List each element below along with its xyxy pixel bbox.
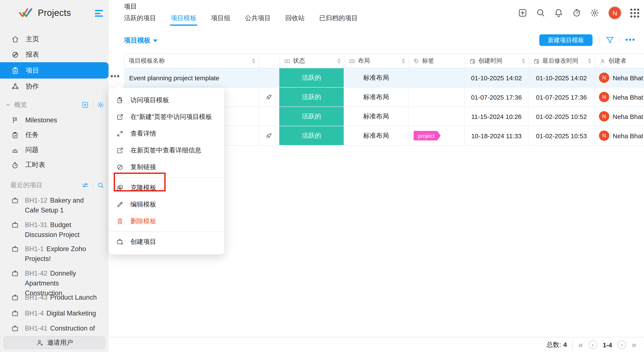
clipboard-arrow-icon <box>116 97 124 104</box>
created-cell: 01-07-2025 17:36 <box>465 88 528 107</box>
layout-cell: 标准布局 <box>344 126 408 145</box>
tag-pill[interactable]: project <box>414 131 441 140</box>
menu-item-delete-template[interactable]: 删除模板 <box>108 213 224 230</box>
modified-cell: 01-07-2025 17:36 <box>528 88 595 107</box>
filter-funnel-icon[interactable] <box>606 36 614 45</box>
external-link-icon <box>116 147 124 154</box>
apps-grid-icon[interactable] <box>630 8 639 17</box>
sidebar-item-timesheet[interactable]: 工时表 <box>0 158 108 173</box>
recent-project-item[interactable]: BH1-41 Construction of <box>0 323 108 333</box>
notifications-bell-icon[interactable] <box>554 8 563 18</box>
calendar-icon <box>470 58 476 64</box>
topbar: 项目 活跃的项目 项目模板 项目组 公共项目 回收站 已归档的项目 N <box>108 0 644 26</box>
pagination-last-icon[interactable]: » <box>632 341 636 349</box>
sidebar: Projects 主页 报表 项目 协作 概览 <box>0 0 108 352</box>
pagination-prev-icon[interactable]: ‹ <box>588 340 597 349</box>
sidebar-section-overview[interactable]: 概览 <box>0 99 108 111</box>
col-header-created[interactable]: 创建时间 <box>465 54 529 68</box>
col-header-status[interactable]: 状态 <box>280 54 344 68</box>
col-header-layout[interactable]: 布局 <box>344 54 409 68</box>
overview-settings-icon[interactable] <box>97 101 104 108</box>
recent-project-item[interactable]: BH1-12 Bakery and Cafe Setup 1 <box>0 195 108 215</box>
menu-item-create-project[interactable]: 创建项目 <box>108 233 224 250</box>
col-header-creator[interactable]: 创建者 <box>595 54 644 68</box>
invite-user-button[interactable]: 邀请用户 <box>4 336 105 349</box>
tab-trash[interactable]: 回收站 <box>285 14 304 26</box>
briefcase-icon <box>11 294 19 301</box>
table-row[interactable]: Event planning project template 活跃的 标准布局… <box>124 68 644 88</box>
projects-icon <box>11 66 19 75</box>
sidebar-nav: 主页 报表 项目 协作 <box>0 31 108 94</box>
add-overview-icon[interactable] <box>82 101 89 108</box>
calendar-icon <box>533 58 540 64</box>
tag-icon <box>413 58 420 64</box>
sort-icon[interactable] <box>402 58 405 64</box>
view-selector[interactable]: 项目模板 <box>124 36 158 45</box>
search-icon[interactable] <box>536 8 545 18</box>
pagination-first-icon[interactable]: « <box>578 341 583 349</box>
dropdown-field-icon <box>284 58 290 64</box>
recent-project-item[interactable]: BH1-4 Digital Marketing <box>0 308 108 318</box>
creator-cell: N Neha Bhat <box>595 107 644 126</box>
sidebar-overview-list: Milestones 任务 问题 工时表 <box>0 113 108 173</box>
collaboration-icon <box>11 82 19 90</box>
menu-item-view-details[interactable]: 查看详情 <box>108 125 224 142</box>
reports-icon <box>11 51 19 59</box>
recent-filter-icon[interactable] <box>82 181 89 189</box>
col-header-modified[interactable]: 最后修改时间 <box>529 54 595 68</box>
rollout-cell <box>259 88 279 107</box>
menu-item-access-template[interactable]: 访问项目模板 <box>108 92 224 109</box>
briefcase-icon <box>11 221 19 229</box>
sidebar-item-home[interactable]: 主页 <box>0 31 108 47</box>
col-header-name[interactable]: 项目模板名称 <box>124 54 259 68</box>
quick-add-icon[interactable] <box>518 8 527 18</box>
col-header-tag[interactable]: 标签 <box>409 54 465 68</box>
recent-project-item[interactable]: BH1-1 Explore Zoho Projects! <box>0 244 108 264</box>
menu-item-edit-template[interactable]: 编辑模板 <box>108 196 224 213</box>
status-cell: 活跃的 <box>279 68 344 87</box>
sidebar-item-issues[interactable]: 问题 <box>0 143 108 158</box>
collapse-sidebar-icon[interactable] <box>95 10 104 17</box>
modified-cell: 01-02-2025 10:53 <box>528 126 595 145</box>
sidebar-item-reports[interactable]: 报表 <box>0 47 108 62</box>
pagination-next-icon[interactable]: › <box>618 340 626 349</box>
page-title: 项目 <box>124 3 137 11</box>
timer-icon[interactable] <box>572 8 581 18</box>
app-window: Projects 主页 报表 项目 协作 概览 <box>0 0 644 352</box>
tab-active-projects[interactable]: 活跃的项目 <box>124 14 156 26</box>
copy-link-icon <box>116 164 124 171</box>
table-header: 项目模板名称 状态 布局 标签 创建时间 <box>124 54 644 68</box>
menu-item-clone-template[interactable]: 克隆模板 <box>108 179 224 196</box>
recent-project-item[interactable]: BH1-31 Budget Discussion Project <box>0 220 108 239</box>
sidebar-item-milestones[interactable]: Milestones <box>0 113 108 128</box>
layout-cell: 标准布局 <box>344 88 408 107</box>
sidebar-item-collaboration[interactable]: 协作 <box>0 79 108 94</box>
tab-project-templates[interactable]: 项目模板 <box>171 14 196 26</box>
user-avatar[interactable]: N <box>608 6 622 20</box>
layout-cell: 标准布局 <box>344 107 408 126</box>
sort-icon[interactable] <box>252 58 255 64</box>
sidebar-item-projects[interactable]: 项目 <box>0 62 108 79</box>
template-name-cell[interactable]: Event planning project template <box>124 68 259 87</box>
tab-archived-projects[interactable]: 已归档的项目 <box>319 14 358 26</box>
recent-search-icon[interactable] <box>97 181 104 189</box>
menu-item-view-details-new-tab[interactable]: 在新页签中查看详细信息 <box>108 142 224 159</box>
new-template-button[interactable]: 新建项目模板 <box>539 34 592 46</box>
settings-gear-icon[interactable] <box>590 8 600 18</box>
rollout-cell <box>259 126 279 145</box>
menu-item-copy-link[interactable]: 复制链接 <box>108 159 224 176</box>
row-more-actions-icon[interactable] <box>111 75 119 77</box>
topbar-icons: N <box>518 0 639 26</box>
tab-project-groups[interactable]: 项目组 <box>211 14 230 26</box>
sort-icon[interactable] <box>588 58 591 64</box>
recent-project-item[interactable]: BH1-43 Product Launch <box>0 292 108 302</box>
sort-icon[interactable] <box>522 58 525 64</box>
tab-public-projects[interactable]: 公共项目 <box>245 14 271 26</box>
more-options-icon[interactable] <box>626 39 634 41</box>
app-title: Projects <box>38 8 71 18</box>
briefcase-icon <box>11 197 19 204</box>
modified-cell: 01-10-2025 14:02 <box>528 68 595 87</box>
sort-icon[interactable] <box>337 58 341 64</box>
sidebar-item-tasks[interactable]: 任务 <box>0 128 108 143</box>
menu-item-access-template-new-tab[interactable]: 在“新建”页签中访问项目模板 <box>108 109 224 125</box>
